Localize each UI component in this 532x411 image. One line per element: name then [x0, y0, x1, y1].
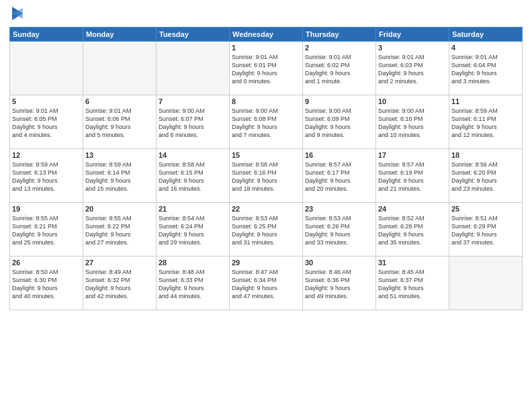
- day-info: Sunrise: 9:01 AM Sunset: 6:01 PM Dayligh…: [232, 53, 300, 86]
- calendar-cell: 11Sunrise: 8:59 AM Sunset: 6:11 PM Dayli…: [449, 95, 523, 149]
- day-info: Sunrise: 8:45 AM Sunset: 6:37 PM Dayligh…: [378, 268, 447, 301]
- calendar-cell: 7Sunrise: 9:00 AM Sunset: 6:07 PM Daylig…: [157, 95, 230, 149]
- calendar-week-row: 19Sunrise: 8:55 AM Sunset: 6:21 PM Dayli…: [10, 203, 523, 257]
- day-number: 11: [451, 97, 520, 105]
- logo: [9, 7, 24, 21]
- day-number: 7: [159, 97, 227, 105]
- day-info: Sunrise: 8:58 AM Sunset: 6:16 PM Dayligh…: [232, 161, 300, 193]
- weekday-header: Sunday: [10, 28, 83, 42]
- day-info: Sunrise: 8:55 AM Sunset: 6:21 PM Dayligh…: [12, 214, 81, 247]
- calendar-cell: 21Sunrise: 8:54 AM Sunset: 6:24 PM Dayli…: [157, 203, 230, 257]
- calendar-cell: 31Sunrise: 8:45 AM Sunset: 6:37 PM Dayli…: [376, 257, 449, 310]
- weekday-header: Saturday: [449, 28, 523, 42]
- day-info: Sunrise: 9:01 AM Sunset: 6:06 PM Dayligh…: [85, 107, 154, 140]
- weekday-header: Monday: [83, 28, 157, 42]
- calendar-cell: 29Sunrise: 8:47 AM Sunset: 6:34 PM Dayli…: [230, 257, 303, 310]
- day-number: 10: [378, 97, 447, 105]
- header: [9, 7, 523, 21]
- calendar: SundayMondayTuesdayWednesdayThursdayFrid…: [9, 27, 523, 310]
- day-info: Sunrise: 9:01 AM Sunset: 6:02 PM Dayligh…: [305, 53, 373, 86]
- calendar-cell: [83, 42, 157, 95]
- day-info: Sunrise: 8:59 AM Sunset: 6:13 PM Dayligh…: [12, 161, 81, 193]
- day-number: 30: [305, 259, 373, 267]
- day-info: Sunrise: 8:46 AM Sunset: 6:36 PM Dayligh…: [305, 268, 373, 301]
- calendar-cell: 24Sunrise: 8:52 AM Sunset: 6:28 PM Dayli…: [376, 203, 449, 257]
- day-number: 16: [305, 151, 373, 159]
- calendar-week-row: 1Sunrise: 9:01 AM Sunset: 6:01 PM Daylig…: [10, 42, 523, 95]
- calendar-cell: 18Sunrise: 8:56 AM Sunset: 6:20 PM Dayli…: [449, 149, 523, 203]
- weekday-header: Wednesday: [230, 28, 303, 42]
- day-number: 26: [12, 259, 81, 267]
- weekday-header: Tuesday: [157, 28, 230, 42]
- day-number: 9: [305, 97, 373, 105]
- calendar-cell: [157, 42, 230, 95]
- day-info: Sunrise: 9:00 AM Sunset: 6:08 PM Dayligh…: [232, 107, 300, 140]
- day-number: 3: [378, 44, 447, 52]
- day-info: Sunrise: 8:55 AM Sunset: 6:22 PM Dayligh…: [85, 214, 154, 247]
- calendar-cell: 1Sunrise: 9:01 AM Sunset: 6:01 PM Daylig…: [230, 42, 303, 95]
- weekday-header: Thursday: [303, 28, 376, 42]
- day-number: 25: [451, 205, 520, 213]
- calendar-cell: 14Sunrise: 8:58 AM Sunset: 6:15 PM Dayli…: [157, 149, 230, 203]
- calendar-cell: 3Sunrise: 9:01 AM Sunset: 6:03 PM Daylig…: [376, 42, 449, 95]
- weekday-header: Friday: [376, 28, 449, 42]
- calendar-cell: 13Sunrise: 8:59 AM Sunset: 6:14 PM Dayli…: [83, 149, 157, 203]
- day-info: Sunrise: 8:48 AM Sunset: 6:33 PM Dayligh…: [159, 268, 227, 301]
- day-info: Sunrise: 8:57 AM Sunset: 6:17 PM Dayligh…: [305, 161, 373, 193]
- calendar-cell: 23Sunrise: 8:53 AM Sunset: 6:26 PM Dayli…: [303, 203, 376, 257]
- calendar-cell: 16Sunrise: 8:57 AM Sunset: 6:17 PM Dayli…: [303, 149, 376, 203]
- calendar-cell: 15Sunrise: 8:58 AM Sunset: 6:16 PM Dayli…: [230, 149, 303, 203]
- day-info: Sunrise: 8:47 AM Sunset: 6:34 PM Dayligh…: [232, 268, 300, 301]
- day-number: 8: [232, 97, 300, 105]
- day-info: Sunrise: 8:51 AM Sunset: 6:29 PM Dayligh…: [451, 214, 520, 247]
- day-number: 24: [378, 205, 447, 213]
- day-number: 6: [85, 97, 154, 105]
- day-info: Sunrise: 8:49 AM Sunset: 6:32 PM Dayligh…: [85, 268, 154, 301]
- calendar-cell: 25Sunrise: 8:51 AM Sunset: 6:29 PM Dayli…: [449, 203, 523, 257]
- calendar-week-row: 5Sunrise: 9:01 AM Sunset: 6:05 PM Daylig…: [10, 95, 523, 149]
- day-info: Sunrise: 9:01 AM Sunset: 6:03 PM Dayligh…: [378, 53, 447, 86]
- day-number: 19: [12, 205, 81, 213]
- day-number: 21: [159, 205, 227, 213]
- day-info: Sunrise: 9:00 AM Sunset: 6:10 PM Dayligh…: [378, 107, 447, 140]
- day-info: Sunrise: 9:01 AM Sunset: 6:05 PM Dayligh…: [12, 107, 81, 140]
- day-info: Sunrise: 8:54 AM Sunset: 6:24 PM Dayligh…: [159, 214, 227, 247]
- calendar-cell: 28Sunrise: 8:48 AM Sunset: 6:33 PM Dayli…: [157, 257, 230, 310]
- calendar-cell: [10, 42, 83, 95]
- calendar-cell: 30Sunrise: 8:46 AM Sunset: 6:36 PM Dayli…: [303, 257, 376, 310]
- calendar-week-row: 12Sunrise: 8:59 AM Sunset: 6:13 PM Dayli…: [10, 149, 523, 203]
- calendar-cell: 9Sunrise: 9:00 AM Sunset: 6:09 PM Daylig…: [303, 95, 376, 149]
- day-number: 2: [305, 44, 373, 52]
- day-info: Sunrise: 8:59 AM Sunset: 6:14 PM Dayligh…: [85, 161, 154, 193]
- weekday-header-row: SundayMondayTuesdayWednesdayThursdayFrid…: [10, 28, 523, 42]
- calendar-cell: 27Sunrise: 8:49 AM Sunset: 6:32 PM Dayli…: [83, 257, 157, 310]
- day-number: 23: [305, 205, 373, 213]
- day-info: Sunrise: 8:56 AM Sunset: 6:20 PM Dayligh…: [451, 161, 520, 193]
- calendar-cell: 12Sunrise: 8:59 AM Sunset: 6:13 PM Dayli…: [10, 149, 83, 203]
- day-number: 27: [85, 259, 154, 267]
- day-number: 28: [159, 259, 227, 267]
- calendar-cell: 6Sunrise: 9:01 AM Sunset: 6:06 PM Daylig…: [83, 95, 157, 149]
- calendar-cell: 22Sunrise: 8:53 AM Sunset: 6:25 PM Dayli…: [230, 203, 303, 257]
- calendar-cell: 19Sunrise: 8:55 AM Sunset: 6:21 PM Dayli…: [10, 203, 83, 257]
- calendar-cell: 2Sunrise: 9:01 AM Sunset: 6:02 PM Daylig…: [303, 42, 376, 95]
- day-info: Sunrise: 9:00 AM Sunset: 6:07 PM Dayligh…: [159, 107, 227, 140]
- day-number: 13: [85, 151, 154, 159]
- calendar-cell: 17Sunrise: 8:57 AM Sunset: 6:19 PM Dayli…: [376, 149, 449, 203]
- calendar-week-row: 26Sunrise: 8:50 AM Sunset: 6:30 PM Dayli…: [10, 257, 523, 310]
- day-info: Sunrise: 8:53 AM Sunset: 6:25 PM Dayligh…: [232, 214, 300, 247]
- calendar-cell: 10Sunrise: 9:00 AM Sunset: 6:10 PM Dayli…: [376, 95, 449, 149]
- calendar-cell: [449, 257, 523, 310]
- calendar-cell: 5Sunrise: 9:01 AM Sunset: 6:05 PM Daylig…: [10, 95, 83, 149]
- day-info: Sunrise: 8:50 AM Sunset: 6:30 PM Dayligh…: [12, 268, 81, 301]
- day-number: 17: [378, 151, 447, 159]
- day-info: Sunrise: 8:52 AM Sunset: 6:28 PM Dayligh…: [378, 214, 447, 247]
- day-number: 18: [451, 151, 520, 159]
- day-number: 12: [12, 151, 81, 159]
- day-info: Sunrise: 9:01 AM Sunset: 6:04 PM Dayligh…: [451, 53, 520, 86]
- day-info: Sunrise: 9:00 AM Sunset: 6:09 PM Dayligh…: [305, 107, 373, 140]
- calendar-cell: 8Sunrise: 9:00 AM Sunset: 6:08 PM Daylig…: [230, 95, 303, 149]
- day-info: Sunrise: 8:53 AM Sunset: 6:26 PM Dayligh…: [305, 214, 373, 247]
- logo-icon: [11, 5, 24, 21]
- day-number: 20: [85, 205, 154, 213]
